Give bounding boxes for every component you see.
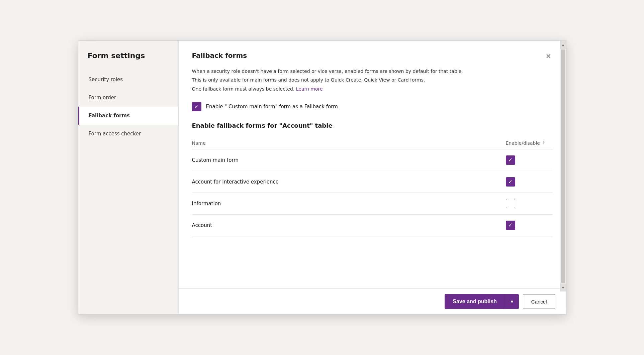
main-scroll-area: When a security role doesn't have a form…	[179, 62, 566, 288]
sort-icon[interactable]: ↑	[542, 141, 545, 145]
checkmark-icon: ✓	[508, 157, 513, 163]
scroll-thumb	[561, 49, 565, 283]
checkmark-icon: ✓	[508, 179, 513, 185]
learn-more-link[interactable]: Learn more	[296, 86, 323, 92]
scrollbar: ▲ ▼	[560, 41, 566, 291]
subsection-title: Enable fallback forms for "Account" tabl…	[192, 122, 553, 129]
description-line1: When a security role doesn't have a form…	[192, 68, 553, 75]
row-enable: ✓	[506, 177, 553, 187]
row-checkbox[interactable]: ✓	[506, 177, 515, 187]
sidebar-item-form-order[interactable]: Form order	[78, 89, 178, 107]
sidebar-item-fallback-forms[interactable]: Fallback forms	[78, 107, 178, 125]
row-name: Information	[192, 201, 506, 207]
fallback-checkbox-row: ✓ Enable " Custom main form" form as a F…	[192, 102, 553, 111]
row-enable: ✓	[506, 221, 553, 230]
table-row: Account ✓	[192, 215, 553, 236]
sidebar: Form settings Security roles Form order …	[78, 41, 179, 314]
form-settings-dialog: Form settings Security roles Form order …	[78, 40, 566, 315]
row-enable: ✓	[506, 155, 553, 165]
table-row: Account for Interactive experience ✓	[192, 171, 553, 193]
sidebar-item-security-roles[interactable]: Security roles	[78, 71, 178, 89]
description-line3: One fallback form must always be selecte…	[192, 85, 553, 93]
row-name: Custom main form	[192, 157, 506, 163]
fallback-checkbox[interactable]: ✓	[192, 102, 201, 111]
row-name: Account for Interactive experience	[192, 179, 506, 185]
scroll-up-button[interactable]: ▲	[560, 41, 566, 49]
table-row: Information	[192, 193, 553, 215]
table-header: Name Enable/disable ↑	[192, 137, 553, 149]
row-checkbox[interactable]: ✓	[506, 155, 515, 165]
scroll-down-button[interactable]: ▼	[560, 283, 566, 291]
checkmark-icon: ✓	[508, 223, 513, 228]
description-line2: This is only available for main forms an…	[192, 76, 553, 84]
checkmark-icon: ✓	[194, 104, 199, 109]
fallback-checkbox-label: Enable " Custom main form" form as a Fal…	[206, 104, 338, 110]
row-enable	[506, 199, 553, 208]
row-checkbox[interactable]	[506, 199, 515, 208]
col-name-header: Name	[192, 140, 506, 146]
save-publish-label: Save and publish	[445, 294, 505, 309]
footer: Save and publish ▼ Cancel	[179, 288, 566, 314]
row-name: Account	[192, 222, 506, 228]
table-row: Custom main form ✓	[192, 149, 553, 171]
forms-table: Name Enable/disable ↑ Custom main form ✓	[192, 137, 553, 236]
row-checkbox[interactable]: ✓	[506, 221, 515, 230]
sidebar-item-form-access-checker[interactable]: Form access checker	[78, 125, 178, 143]
main-content: Fallback forms ✕ When a security role do…	[179, 41, 566, 314]
save-publish-button[interactable]: Save and publish ▼	[445, 294, 519, 309]
cancel-button[interactable]: Cancel	[523, 294, 555, 309]
section-title: Fallback forms	[192, 51, 247, 60]
col-enable-header: Enable/disable ↑	[506, 140, 553, 146]
close-button[interactable]: ✕	[544, 51, 553, 61]
sidebar-title: Form settings	[78, 51, 178, 71]
save-publish-dropdown-icon[interactable]: ▼	[505, 294, 519, 309]
main-header: Fallback forms ✕	[179, 41, 566, 62]
